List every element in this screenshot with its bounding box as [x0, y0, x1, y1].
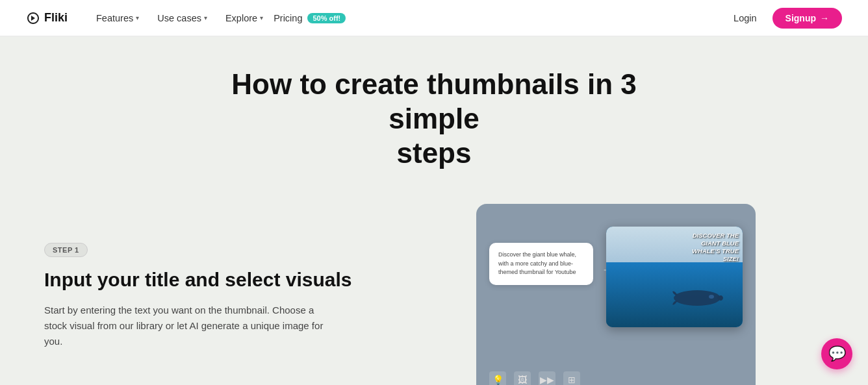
nav-features[interactable]: Features ▾ — [88, 9, 147, 27]
svg-point-1 — [709, 295, 714, 299]
step-section: STEP 1 Input your title and select visua… — [44, 191, 824, 385]
chevron-down-icon: ▾ — [260, 14, 263, 21]
logo-icon — [26, 11, 40, 25]
chat-bubble[interactable]: 💬 — [821, 338, 852, 369]
page-title: How to create thumbnails in 3 simple ste… — [207, 68, 661, 170]
signup-button[interactable]: Signup → — [772, 8, 842, 29]
illustration-icons: 💡 🖼 ▶▶ ⊞ — [489, 371, 580, 385]
logo-text: Fliki — [44, 11, 68, 25]
chevron-down-icon: ▾ — [204, 14, 207, 21]
input-box: Discover the giant blue whale, with a mo… — [489, 243, 593, 285]
nav-use-cases[interactable]: Use cases ▾ — [149, 9, 215, 27]
thumbnail-text-overlay: DISCOVER THE GIANT BLUE WHALE'S TRUE SIZ… — [680, 232, 739, 263]
input-box-text: Discover the giant blue whale, with a mo… — [498, 251, 584, 277]
logo[interactable]: Fliki — [26, 11, 68, 25]
step-left: STEP 1 Input your title and select visua… — [44, 204, 369, 349]
nav-pricing[interactable]: Pricing 50% off! — [274, 13, 346, 23]
main-content: How to create thumbnails in 3 simple ste… — [0, 36, 868, 385]
image-icon: 🖼 — [514, 371, 531, 385]
step-right: Discover the giant blue whale, with a mo… — [408, 204, 824, 385]
nav-explore[interactable]: Explore ▾ — [218, 9, 271, 27]
login-button[interactable]: Login — [726, 9, 764, 27]
bulb-icon: 💡 — [489, 371, 506, 385]
discount-badge: 50% off! — [307, 13, 346, 23]
step-description: Start by entering the text you want on t… — [44, 303, 330, 349]
whale-shape — [671, 286, 723, 309]
step-badge: STEP 1 — [44, 243, 88, 257]
thumbnail-whale: DISCOVER THE GIANT BLUE WHALE'S TRUE SIZ… — [606, 227, 743, 327]
chevron-down-icon: ▾ — [136, 14, 139, 21]
grid-icon: ⊞ — [563, 371, 580, 385]
video-icon: ▶▶ — [539, 371, 555, 385]
illustration-card: Discover the giant blue whale, with a mo… — [476, 204, 756, 385]
thumbnail-preview: DISCOVER THE GIANT BLUE WHALE'S TRUE SIZ… — [606, 227, 743, 327]
nav-right: Login Signup → — [726, 8, 842, 29]
svg-point-0 — [674, 290, 721, 306]
arrow-icon: → — [820, 13, 829, 23]
nav-links: Features ▾ Use cases ▾ Explore ▾ Pricing… — [88, 9, 726, 27]
chat-icon: 💬 — [828, 345, 846, 362]
page-title-section: How to create thumbnails in 3 simple ste… — [26, 36, 842, 191]
navbar: Fliki Features ▾ Use cases ▾ Explore ▾ P… — [0, 0, 868, 36]
step-title: Input your title and select visuals — [44, 267, 369, 292]
